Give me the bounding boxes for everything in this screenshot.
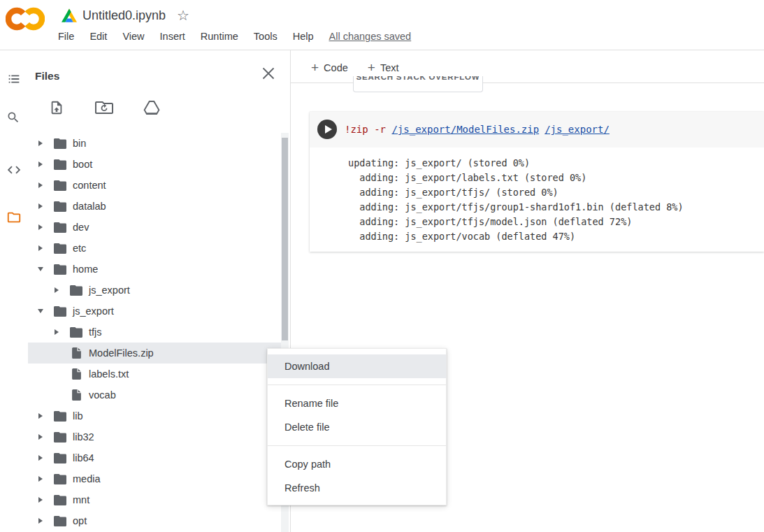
files-panel-title: Files [35, 70, 59, 82]
search-icon[interactable] [6, 110, 22, 126]
tree-item-lib[interactable]: lib [28, 405, 281, 426]
arrow-placeholder [52, 349, 61, 357]
tree-item-js_export[interactable]: js_export [28, 280, 281, 301]
files-tab-folder-icon[interactable] [6, 210, 22, 225]
arrow-placeholder [52, 391, 61, 399]
cell-toolbar: + Code + Text [311, 59, 398, 76]
tree-item-media[interactable]: media [28, 468, 281, 489]
scrollbar-thumb[interactable] [282, 138, 288, 340]
search-stack-overflow-button[interactable]: SEARCH STACK OVERFLOW [353, 76, 483, 92]
chevron-right-icon[interactable] [36, 181, 45, 189]
chevron-right-icon[interactable] [36, 475, 45, 483]
folder-icon [70, 327, 82, 338]
refresh-folder-icon[interactable] [95, 99, 113, 116]
folder-icon [54, 495, 66, 505]
star-icon[interactable]: ☆ [177, 7, 189, 24]
chevron-right-icon[interactable] [36, 496, 45, 504]
tree-item-lib32[interactable]: lib32 [28, 426, 281, 447]
add-text-label: Text [380, 62, 399, 73]
cell-output: updating: js_export/ (stored 0%) adding:… [310, 148, 764, 252]
tree-item-boot[interactable]: boot [28, 154, 281, 175]
tree-item-lib64[interactable]: lib64 [28, 447, 281, 468]
tree-item-opt[interactable]: opt [28, 510, 281, 531]
code-command: !zip -r [345, 124, 391, 135]
output-line: adding: js_export/tfjs/group1-shard1of1.… [348, 200, 758, 215]
tree-item-content[interactable]: content [28, 175, 281, 196]
run-cell-button[interactable] [317, 120, 337, 139]
chevron-right-icon[interactable] [36, 202, 45, 210]
folder-icon [54, 516, 66, 526]
notebook-title[interactable]: Untitled0.ipynb [82, 8, 166, 23]
tree-item-vocab[interactable]: vocab [28, 384, 281, 405]
file-tree: binbootcontentdatalabdevetchomejs_export… [28, 133, 281, 531]
context-menu-item-download[interactable]: Download [268, 354, 446, 378]
chevron-right-icon[interactable] [52, 328, 61, 336]
file-icon [70, 389, 82, 401]
menu-item-insert[interactable]: Insert [160, 31, 185, 42]
chevron-right-icon[interactable] [36, 517, 45, 525]
tree-item-home[interactable]: home [28, 259, 281, 280]
chevron-down-icon[interactable] [36, 307, 45, 315]
tree-item-label: media [73, 473, 101, 484]
table-of-contents-icon[interactable] [6, 71, 22, 87]
add-text-button[interactable]: + Text [368, 62, 399, 74]
chevron-right-icon[interactable] [36, 433, 45, 441]
folder-icon [54, 243, 66, 254]
changes-status[interactable]: All changes saved [329, 31, 412, 42]
add-code-button[interactable]: + Code [311, 62, 348, 74]
code-cell: !zip -r /js_export/ModelFiles.zip/js_exp… [310, 112, 764, 252]
tree-item-bin[interactable]: bin [28, 133, 281, 154]
chevron-right-icon[interactable] [36, 454, 45, 462]
chevron-right-icon[interactable] [36, 223, 45, 231]
tree-item-label: mnt [73, 494, 89, 505]
chevron-right-icon[interactable] [52, 286, 61, 294]
tree-item-ModelFiles.zip[interactable]: ModelFiles.zip [28, 343, 281, 364]
output-line: adding: js_export/tfjs/ (stored 0%) [348, 185, 758, 200]
context-menu-item-copy-path[interactable]: Copy path [268, 452, 446, 476]
tree-item-datalab[interactable]: datalab [28, 196, 281, 217]
context-menu-item-rename-file[interactable]: Rename file [268, 391, 446, 415]
app-header: Untitled0.ipynb ☆ FileEditViewInsertRunt… [0, 0, 764, 50]
menu-item-view[interactable]: View [122, 31, 144, 42]
tree-item-label: home [73, 264, 98, 275]
menu-item-edit[interactable]: Edit [89, 31, 107, 42]
folder-icon [54, 180, 66, 191]
menu-item-file[interactable]: File [58, 31, 74, 42]
tree-item-labels.txt[interactable]: labels.txt [28, 364, 281, 384]
tree-item-label: lib64 [73, 452, 94, 463]
chevron-right-icon[interactable] [36, 160, 45, 168]
folder-icon [54, 432, 66, 443]
menu-item-runtime[interactable]: Runtime [201, 31, 238, 42]
close-icon[interactable] [262, 67, 276, 81]
context-menu: DownloadRename fileDelete fileCopy pathR… [267, 348, 447, 505]
tree-item-tfjs[interactable]: tfjs [28, 322, 281, 343]
folder-icon [54, 411, 66, 422]
chevron-right-icon[interactable] [36, 139, 45, 148]
code-path-1: /js_export/ModelFiles.zip [391, 124, 539, 135]
code-cell-input[interactable]: !zip -r /js_export/ModelFiles.zip/js_exp… [310, 112, 764, 148]
tree-item-etc[interactable]: etc [28, 238, 281, 259]
upload-icon[interactable] [48, 99, 66, 116]
tree-item-js_export[interactable]: js_export [28, 301, 281, 322]
code-line[interactable]: !zip -r /js_export/ModelFiles.zip/js_exp… [345, 124, 610, 135]
tree-item-label: lib [73, 410, 83, 422]
mount-drive-icon[interactable] [143, 99, 161, 116]
menu-item-help[interactable]: Help [293, 31, 314, 42]
code-snippets-icon[interactable] [6, 162, 22, 178]
menu-item-tools[interactable]: Tools [254, 31, 278, 42]
chevron-right-icon[interactable] [36, 244, 45, 252]
tree-item-label: vocab [89, 389, 116, 401]
context-menu-item-refresh[interactable]: Refresh [268, 476, 446, 500]
chevron-right-icon[interactable] [36, 412, 45, 420]
output-line: updating: js_export/ (stored 0%) [348, 156, 758, 171]
colab-logo[interactable] [6, 5, 45, 33]
tree-item-label: labels.txt [89, 368, 129, 380]
tree-item-mnt[interactable]: mnt [28, 489, 281, 510]
output-line: adding: js_export/labels.txt (stored 0%) [348, 171, 758, 185]
tree-item-dev[interactable]: dev [28, 217, 281, 238]
tree-item-label: tfjs [89, 326, 102, 338]
context-menu-item-delete-file[interactable]: Delete file [268, 415, 446, 439]
tree-item-label: js_export [89, 285, 130, 296]
output-line: adding: js_export/tfjs/model.json (defla… [348, 215, 758, 229]
chevron-down-icon[interactable] [36, 265, 45, 273]
